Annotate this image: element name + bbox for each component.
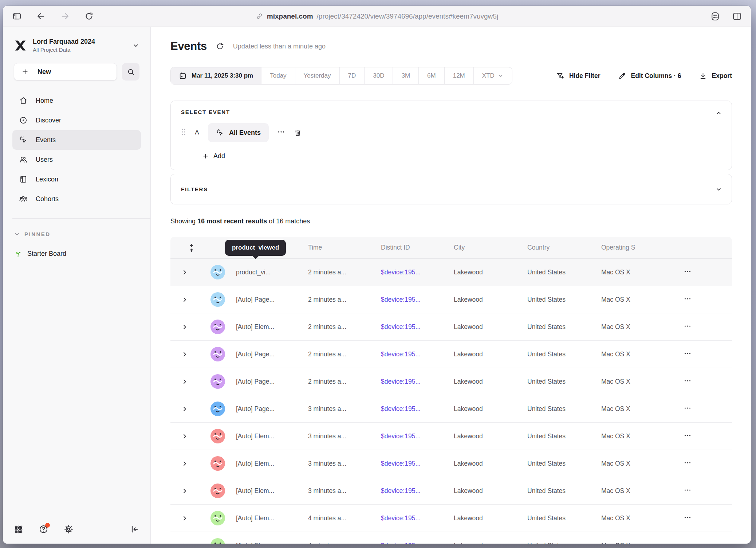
pinned-label: PINNED <box>24 231 51 237</box>
sidebar-item-events[interactable]: Events <box>12 130 141 150</box>
row-actions-button[interactable] <box>683 513 692 524</box>
range-6m[interactable]: 6M <box>418 67 444 84</box>
workspace-switcher[interactable]: Lord Farquaad 2024 All Project Data <box>3 38 150 53</box>
page-settings-icon[interactable] <box>710 11 720 21</box>
table-row[interactable]: product_vi... 2 minutes a... $device:195… <box>170 259 732 286</box>
table-row[interactable]: [Auto] Elem... 3 minutes a... $device:19… <box>170 477 732 505</box>
expand-row-icon[interactable] <box>181 460 188 467</box>
sidebar-item-users[interactable]: Users <box>12 150 141 169</box>
expand-row-icon[interactable] <box>181 324 188 330</box>
row-actions-button[interactable] <box>683 458 692 469</box>
table-row[interactable]: [Auto] Elem... 3 minutes a... $device:19… <box>170 423 732 450</box>
distinct-id-link[interactable]: $device:195... <box>381 460 421 467</box>
sidebar-item-starter-board[interactable]: Starter Board <box>3 250 150 258</box>
edit-columns-button[interactable]: Edit Columns · 6 <box>618 72 681 80</box>
row-actions-button[interactable] <box>683 376 692 387</box>
range-xtd[interactable]: XTD <box>473 67 512 84</box>
column-header-os[interactable]: Operating S <box>601 244 683 251</box>
expand-row-icon[interactable] <box>181 269 188 276</box>
range-3m[interactable]: 3M <box>393 67 418 84</box>
settings-gear-icon[interactable] <box>64 524 74 534</box>
apps-grid-icon[interactable] <box>14 525 23 534</box>
row-actions-button[interactable] <box>683 322 692 332</box>
chevron-down-icon <box>498 73 504 79</box>
event-avatar <box>210 347 225 361</box>
reload-icon[interactable] <box>84 11 94 21</box>
column-header-distinct-id[interactable]: Distinct ID <box>381 244 454 251</box>
column-header-time[interactable]: Time <box>308 244 381 251</box>
event-selector-pill[interactable]: All Events <box>208 123 269 142</box>
more-options-icon[interactable] <box>277 128 286 138</box>
distinct-id-link[interactable]: $device:195... <box>381 405 421 412</box>
pinned-section-header[interactable]: PINNED <box>14 231 139 237</box>
range-today[interactable]: Today <box>261 67 295 84</box>
row-actions-button[interactable] <box>683 431 692 442</box>
expand-row-icon[interactable] <box>181 542 188 544</box>
table-row[interactable]: [Auto] Page... 2 minutes a... $device:19… <box>170 341 732 368</box>
search-button[interactable] <box>122 63 139 81</box>
expand-filters-icon[interactable] <box>715 186 722 193</box>
expand-row-icon[interactable] <box>181 488 188 494</box>
split-view-icon[interactable] <box>732 11 742 21</box>
distinct-id-link[interactable]: $device:195... <box>381 269 421 276</box>
table-row[interactable]: [Auto] Page... 2 minutes a... $device:19… <box>170 368 732 395</box>
delete-clause-icon[interactable] <box>294 129 302 137</box>
column-header-city[interactable]: City <box>454 244 527 251</box>
browser-sidebar-toggle-icon[interactable] <box>12 11 22 21</box>
export-button[interactable]: Export <box>699 72 732 80</box>
add-event-button[interactable]: Add <box>202 151 721 161</box>
range-12m[interactable]: 12M <box>444 67 473 84</box>
expand-row-icon[interactable] <box>181 296 188 303</box>
expand-row-icon[interactable] <box>181 515 188 522</box>
event-name-cell: [Auto] Elem... <box>236 514 308 522</box>
collapse-sidebar-icon[interactable] <box>130 524 139 534</box>
table-row[interactable]: [Auto] Page... 2 minutes a... $device:19… <box>170 286 732 313</box>
table-row[interactable]: [Auto] Elem... 4 minutes a... $device:19… <box>170 532 732 544</box>
time-cell: 4 minutes a... <box>308 542 381 544</box>
row-actions-button[interactable] <box>683 267 692 278</box>
row-actions-button[interactable] <box>683 349 692 360</box>
range-7d[interactable]: 7D <box>339 67 365 84</box>
expand-row-icon[interactable] <box>181 433 188 440</box>
new-button[interactable]: New <box>14 63 117 81</box>
drag-handle-icon[interactable] <box>181 128 186 137</box>
sidebar-item-lexicon[interactable]: Lexicon <box>12 169 141 189</box>
expand-row-icon[interactable] <box>181 406 188 412</box>
distinct-id-link[interactable]: $device:195... <box>381 323 421 330</box>
sidebar-item-home[interactable]: Home <box>12 91 141 110</box>
distinct-id-link[interactable]: $device:195... <box>381 296 421 303</box>
row-actions-button[interactable] <box>683 404 692 414</box>
distinct-id-link[interactable]: $device:195... <box>381 542 421 544</box>
expand-row-icon[interactable] <box>181 351 188 358</box>
address-bar[interactable]: mixpanel.com/project/3472420/view/397469… <box>132 12 622 20</box>
distinct-id-link[interactable]: $device:195... <box>381 351 421 358</box>
row-actions-button[interactable] <box>683 540 692 544</box>
table-row[interactable]: [Auto] Elem... 4 minutes a... $device:19… <box>170 505 732 532</box>
distinct-id-link[interactable]: $device:195... <box>381 487 421 494</box>
clause-letter: A <box>194 129 200 136</box>
row-actions-button[interactable] <box>683 294 692 305</box>
event-name-cell: [Auto] Elem... <box>236 542 308 544</box>
collapse-panel-icon[interactable] <box>715 110 722 117</box>
distinct-id-link[interactable]: $device:195... <box>381 378 421 385</box>
table-row[interactable]: [Auto] Elem... 3 minutes a... $device:19… <box>170 450 732 477</box>
sort-updown-icon[interactable] <box>188 243 195 252</box>
refresh-icon[interactable] <box>216 42 224 51</box>
distinct-id-link[interactable]: $device:195... <box>381 432 421 440</box>
range-30d[interactable]: 30D <box>364 67 393 84</box>
sidebar-item-discover[interactable]: Discover <box>12 110 141 130</box>
range-yesterday[interactable]: Yesterday <box>295 67 339 84</box>
event-avatar <box>210 374 225 389</box>
column-header-country[interactable]: Country <box>527 244 601 251</box>
table-row[interactable]: [Auto] Page... 3 minutes a... $device:19… <box>170 395 732 423</box>
hide-filter-button[interactable]: Hide Filter <box>556 72 601 80</box>
table-row[interactable]: [Auto] Elem... 2 minutes a... $device:19… <box>170 313 732 341</box>
row-actions-button[interactable] <box>683 486 692 496</box>
date-picker-button[interactable]: Mar 11, 2025 3:30 pm <box>171 67 261 84</box>
distinct-id-link[interactable]: $device:195... <box>381 514 421 522</box>
os-cell: Mac OS X <box>601 323 683 331</box>
back-icon[interactable] <box>36 11 46 21</box>
help-button[interactable] <box>39 524 48 534</box>
expand-row-icon[interactable] <box>181 378 188 385</box>
sidebar-item-cohorts[interactable]: Cohorts <box>12 189 141 209</box>
